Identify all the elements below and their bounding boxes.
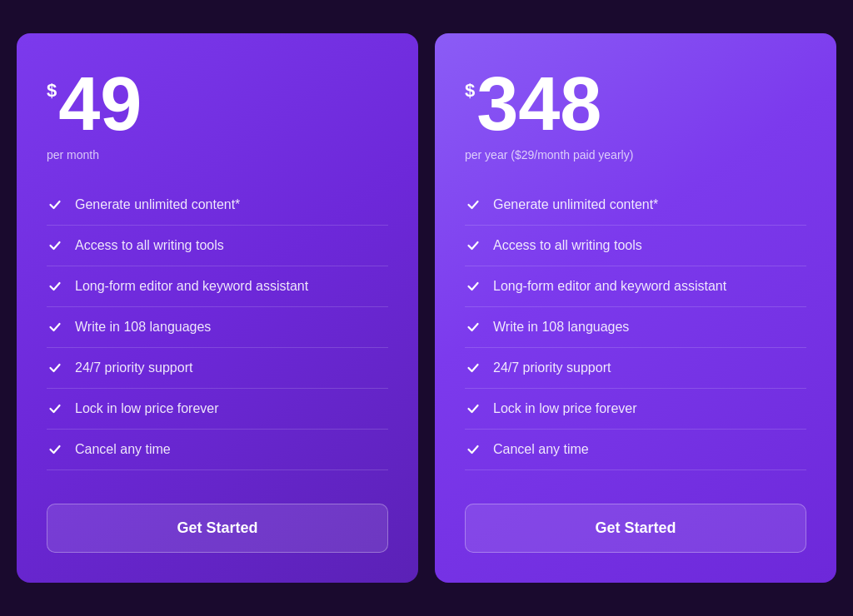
pricing-container: $49per month Generate unlimited content*… [17, 33, 836, 583]
list-item: Generate unlimited content* [465, 185, 806, 226]
price-period: per year ($29/month paid yearly) [465, 148, 806, 161]
feature-text: Long-form editor and keyword assistant [493, 279, 726, 294]
feature-text: Cancel any time [75, 442, 171, 457]
price-wrapper: $49 [47, 67, 388, 142]
check-icon [47, 360, 63, 376]
check-icon [465, 196, 481, 213]
check-icon [47, 441, 63, 458]
list-item: Cancel any time [47, 430, 388, 470]
feature-text: Lock in low price forever [493, 401, 637, 416]
check-icon [465, 441, 481, 458]
feature-text: Long-form editor and keyword assistant [75, 279, 308, 294]
list-item: Lock in low price forever [47, 389, 388, 430]
list-item: Access to all writing tools [47, 226, 388, 266]
feature-text: 24/7 priority support [493, 360, 611, 375]
list-item: Write in 108 languages [465, 307, 806, 348]
list-item: Write in 108 languages [47, 307, 388, 348]
check-icon [465, 237, 481, 254]
list-item: Long-form editor and keyword assistant [465, 266, 806, 307]
feature-text: 24/7 priority support [75, 360, 192, 375]
check-icon [47, 278, 63, 295]
check-icon [47, 237, 63, 254]
feature-text: Access to all writing tools [75, 238, 224, 253]
check-icon [465, 278, 481, 295]
feature-text: Access to all writing tools [493, 238, 642, 253]
price-period: per month [47, 148, 388, 161]
check-icon [465, 319, 481, 335]
feature-text: Generate unlimited content* [493, 197, 658, 212]
list-item: 24/7 priority support [465, 348, 806, 389]
list-item: 24/7 priority support [47, 348, 388, 389]
currency-symbol: $ [47, 80, 57, 102]
pricing-card-monthly: $49per month Generate unlimited content*… [17, 33, 418, 583]
feature-text: Write in 108 languages [75, 320, 211, 335]
feature-text: Write in 108 languages [493, 320, 629, 335]
feature-text: Lock in low price forever [75, 401, 219, 416]
price-amount: 348 [476, 67, 601, 142]
list-item: Generate unlimited content* [47, 185, 388, 226]
list-item: Cancel any time [465, 430, 806, 470]
list-item: Long-form editor and keyword assistant [47, 266, 388, 307]
check-icon [465, 400, 481, 417]
get-started-button[interactable]: Get Started [465, 504, 806, 553]
features-list: Generate unlimited content* Access to al… [465, 185, 806, 470]
check-icon [465, 360, 481, 376]
price-amount: 49 [58, 67, 142, 142]
pricing-card-yearly: $348per year ($29/month paid yearly) Gen… [435, 33, 836, 583]
check-icon [47, 319, 63, 335]
currency-symbol: $ [465, 80, 475, 102]
list-item: Lock in low price forever [465, 389, 806, 430]
feature-text: Generate unlimited content* [75, 197, 240, 212]
check-icon [47, 400, 63, 417]
check-icon [47, 196, 63, 213]
features-list: Generate unlimited content* Access to al… [47, 185, 388, 470]
price-wrapper: $348 [465, 67, 806, 142]
feature-text: Cancel any time [493, 442, 589, 457]
list-item: Access to all writing tools [465, 226, 806, 266]
get-started-button[interactable]: Get Started [47, 504, 388, 553]
